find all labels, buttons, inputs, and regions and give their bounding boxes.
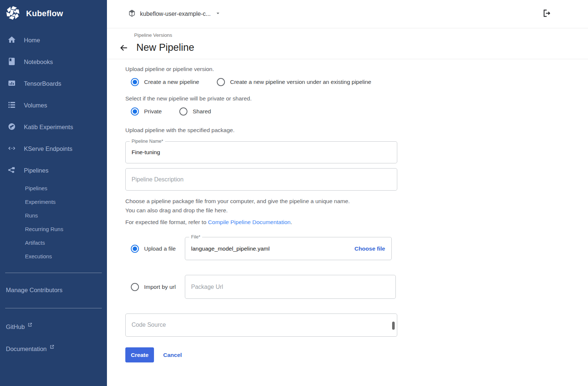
sidebar-nav: Home Notebooks TensorBoards Volumes Kati… bbox=[0, 29, 107, 263]
choose-file-button[interactable]: Choose file bbox=[354, 245, 385, 252]
sidebar-item-volumes[interactable]: Volumes bbox=[0, 95, 107, 116]
format-note-period: . bbox=[291, 219, 292, 225]
cancel-button[interactable]: Cancel bbox=[163, 352, 182, 358]
app-title: Kubeflow bbox=[26, 9, 63, 18]
sidebar-subitem-pipelines[interactable]: Pipelines bbox=[0, 181, 107, 195]
radio-shared-label[interactable]: Shared bbox=[193, 108, 211, 115]
radio-create-new-version[interactable] bbox=[217, 78, 225, 86]
sidebar-subitem-artifacts[interactable]: Artifacts bbox=[0, 236, 107, 249]
pipeline-name-label: Pipeline Name* bbox=[130, 139, 165, 144]
radio-upload-file[interactable] bbox=[131, 245, 139, 253]
sidebar-item-label: KServe Endpoints bbox=[24, 145, 72, 152]
sidebar-item-label: Katib Experiments bbox=[24, 124, 73, 131]
page-title: New Pipeline bbox=[136, 42, 194, 53]
pipeline-description-input[interactable] bbox=[126, 169, 397, 190]
pipelines-icon bbox=[7, 166, 16, 176]
endpoints-icon bbox=[7, 144, 16, 154]
help-line-1: Choose a pipeline package file from your… bbox=[125, 197, 438, 206]
sidebar-link-github[interactable]: GitHub bbox=[0, 319, 107, 334]
section-visibility-label: Select if the new pipeline will be priva… bbox=[125, 95, 438, 102]
radio-create-new-pipeline-label[interactable]: Create a new pipeline bbox=[144, 79, 199, 85]
section-upload-type-label: Upload pipeline or pipeline version. bbox=[125, 65, 438, 73]
sidebar-subitem-executions[interactable]: Executions bbox=[0, 249, 107, 263]
file-label: File* bbox=[189, 234, 202, 240]
sub-item-label: Executions bbox=[25, 253, 52, 259]
code-source-input[interactable] bbox=[126, 314, 397, 336]
pipeline-description-field bbox=[125, 168, 397, 191]
sidebar-item-manage-contributors[interactable]: Manage Contributors bbox=[0, 283, 107, 297]
sub-item-label: Experiments bbox=[25, 199, 55, 205]
logout-button[interactable] bbox=[542, 8, 551, 20]
sidebar-divider bbox=[5, 308, 102, 308]
sidebar-subitem-runs[interactable]: Runs bbox=[0, 209, 107, 222]
new-pipeline-form: Upload pipeline or pipeline version. Cre… bbox=[107, 59, 438, 362]
namespace-selector[interactable]: kubeflow-user-example-c... bbox=[128, 9, 221, 19]
katib-icon bbox=[7, 122, 16, 132]
notebook-icon bbox=[7, 57, 16, 67]
import-url-row: Import by url bbox=[125, 275, 438, 299]
radio-create-new-pipeline[interactable] bbox=[131, 78, 139, 86]
sidebar-item-label: Volumes bbox=[24, 102, 47, 109]
pipelines-sub-nav: Pipelines Experiments Runs Recurring Run… bbox=[0, 181, 107, 263]
sidebar-subitem-experiments[interactable]: Experiments bbox=[0, 195, 107, 209]
sub-item-label: Pipelines bbox=[25, 185, 47, 191]
storage-icon bbox=[7, 100, 16, 111]
radio-upload-file-label[interactable]: Upload a file bbox=[144, 245, 185, 252]
cube-icon bbox=[128, 9, 136, 19]
page-header: Pipeline Versions New Pipeline bbox=[107, 28, 588, 59]
pipeline-name-input[interactable] bbox=[126, 142, 397, 163]
form-actions: Create Cancel bbox=[125, 347, 438, 362]
help-line-2: You can also drag and drop the file here… bbox=[125, 206, 438, 215]
radio-shared[interactable] bbox=[179, 107, 187, 116]
kubeflow-logo[interactable]: Kubeflow bbox=[0, 0, 107, 27]
breadcrumb[interactable]: Pipeline Versions bbox=[134, 29, 588, 38]
sub-item-label: Artifacts bbox=[25, 240, 45, 246]
sidebar-item-notebooks[interactable]: Notebooks bbox=[0, 51, 107, 73]
radio-create-new-version-label[interactable]: Create a new pipeline version under an e… bbox=[230, 79, 371, 85]
code-source-field bbox=[125, 314, 397, 337]
section-package-label: Upload pipeline with the specified packa… bbox=[125, 127, 438, 134]
sidebar-item-pipelines[interactable]: Pipelines bbox=[0, 160, 107, 181]
file-field: File* Choose file bbox=[185, 237, 392, 260]
logout-icon bbox=[542, 8, 551, 20]
scrollbar-thumb[interactable] bbox=[392, 322, 395, 330]
package-url-field bbox=[185, 275, 396, 299]
radio-import-url[interactable] bbox=[131, 283, 139, 291]
github-label: GitHub bbox=[6, 323, 25, 330]
kubeflow-logo-icon bbox=[5, 5, 21, 22]
sidebar-item-label: Home bbox=[24, 37, 40, 44]
pipeline-name-field: Pipeline Name* bbox=[125, 141, 397, 163]
radio-private[interactable] bbox=[131, 107, 139, 116]
package-url-input[interactable] bbox=[185, 275, 395, 298]
manage-contributors-label: Manage Contributors bbox=[6, 287, 62, 294]
sidebar-link-documentation[interactable]: Documentation bbox=[0, 341, 107, 356]
sidebar-item-label: Notebooks bbox=[24, 59, 53, 65]
tensorboard-icon bbox=[7, 79, 16, 89]
sidebar-item-katib-experiments[interactable]: Katib Experiments bbox=[0, 116, 107, 138]
back-button[interactable] bbox=[118, 42, 129, 53]
sidebar-item-label: TensorBoards bbox=[24, 80, 61, 87]
upload-type-radio-group: Create a new pipeline Create a new pipel… bbox=[125, 78, 438, 86]
namespace-label: kubeflow-user-example-c... bbox=[140, 11, 211, 17]
format-note-text: For expected file format, refer to bbox=[125, 219, 208, 225]
documentation-label: Documentation bbox=[6, 346, 47, 353]
sidebar-item-label: Pipelines bbox=[24, 167, 49, 174]
chevron-down-icon bbox=[215, 10, 221, 18]
upload-file-row: Upload a file File* Choose file bbox=[125, 237, 438, 260]
package-help-text: Choose a pipeline package file from your… bbox=[125, 197, 438, 215]
sidebar-item-tensorboards[interactable]: TensorBoards bbox=[0, 73, 107, 95]
radio-import-url-label[interactable]: Import by url bbox=[144, 284, 185, 290]
topbar: kubeflow-user-example-c... bbox=[107, 0, 588, 28]
radio-private-label[interactable]: Private bbox=[144, 108, 162, 115]
sub-item-label: Recurring Runs bbox=[25, 226, 63, 232]
create-button[interactable]: Create bbox=[125, 347, 154, 362]
sidebar-item-kserve-endpoints[interactable]: KServe Endpoints bbox=[0, 138, 107, 160]
sidebar-subitem-recurring-runs[interactable]: Recurring Runs bbox=[0, 222, 107, 236]
compile-pipeline-documentation-link[interactable]: Compile Pipeline Documentation bbox=[208, 219, 291, 225]
sidebar-divider bbox=[5, 273, 102, 273]
sidebar-item-home[interactable]: Home bbox=[0, 29, 107, 51]
external-link-icon bbox=[50, 344, 54, 351]
home-icon bbox=[7, 35, 16, 46]
sidebar: Kubeflow Home Notebooks TensorBoards Vol… bbox=[0, 0, 107, 386]
main-area: kubeflow-user-example-c... Pipeline Vers… bbox=[107, 0, 588, 386]
